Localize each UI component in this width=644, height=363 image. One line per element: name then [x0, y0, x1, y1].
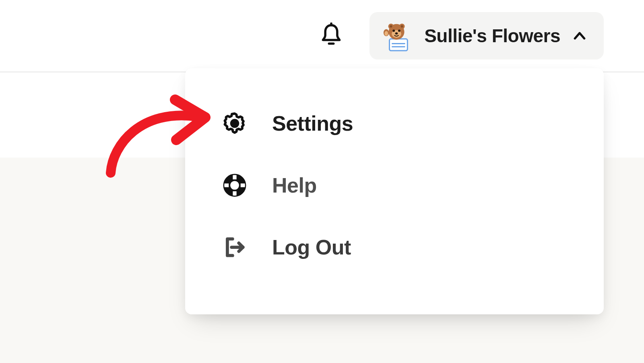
- account-menu-toggle[interactable]: Sullie's Flowers: [369, 12, 604, 59]
- top-bar: Sullie's Flowers: [0, 0, 644, 72]
- menu-item-label: Help: [272, 173, 317, 197]
- gear-icon: [221, 110, 248, 137]
- svg-point-16: [230, 181, 239, 190]
- svg-point-10: [398, 29, 400, 32]
- menu-item-logout[interactable]: Log Out: [185, 216, 604, 278]
- bell-icon: [320, 23, 343, 49]
- svg-point-13: [384, 31, 388, 36]
- notifications-button[interactable]: [317, 22, 345, 50]
- menu-item-help[interactable]: Help: [185, 154, 604, 216]
- account-name: Sullie's Flowers: [424, 25, 560, 47]
- account-dropdown: Settings Help Log Out: [185, 68, 604, 314]
- svg-point-11: [395, 33, 398, 35]
- chevron-up-icon: [572, 28, 588, 44]
- logout-icon: [221, 234, 248, 260]
- menu-item-label: Log Out: [272, 235, 351, 259]
- lifebuoy-icon: [221, 172, 248, 199]
- avatar: [382, 20, 413, 51]
- svg-point-9: [392, 29, 395, 32]
- menu-item-settings[interactable]: Settings: [185, 92, 604, 154]
- svg-rect-0: [390, 39, 408, 51]
- svg-point-7: [401, 25, 403, 27]
- menu-item-label: Settings: [272, 111, 353, 135]
- svg-point-6: [390, 25, 392, 27]
- svg-point-14: [231, 120, 238, 127]
